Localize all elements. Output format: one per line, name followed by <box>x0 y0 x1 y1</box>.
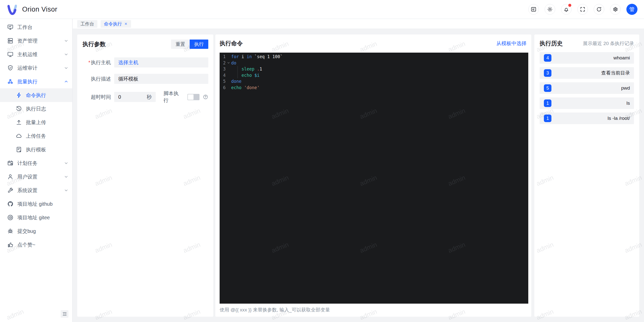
code-token <box>231 73 242 78</box>
sidebar-collapse-button[interactable] <box>61 310 68 318</box>
user-avatar[interactable]: 管 <box>626 4 637 15</box>
sidebar-item-upload-task[interactable]: 上传任务 <box>0 129 72 143</box>
sidebar-item-schedule[interactable]: 计划任务 <box>0 156 72 170</box>
chevron-down-icon <box>64 52 69 57</box>
like-icon <box>7 241 14 248</box>
wrench-icon <box>7 187 14 194</box>
settings-icon[interactable] <box>610 4 621 15</box>
exec-history-panel: 执行历史 展示最近 20 条执行记录 4whoami3查看当前目录5pwd1ls… <box>534 34 639 317</box>
line-number: 3 <box>220 66 226 72</box>
code-token: do <box>231 60 236 65</box>
script-exec-toggle[interactable] <box>187 94 199 100</box>
refresh-icon[interactable] <box>594 4 604 15</box>
code-token: done <box>231 79 242 84</box>
tab-label: 工作台 <box>80 21 94 27</box>
sidebar-item-label: 点个赞~ <box>17 241 35 248</box>
desc-input[interactable]: 循环模板 <box>114 74 208 84</box>
code-line: 1for i in `seq 1 100` <box>220 54 528 60</box>
fold-chevron-icon[interactable] <box>226 60 231 66</box>
tab-workbench[interactable]: 工作台 <box>77 20 97 28</box>
history-item[interactable]: 5pwd <box>540 82 634 94</box>
code-text: echo $i <box>231 72 528 79</box>
sidebar-item-user-settings[interactable]: 用户设置 <box>0 170 72 184</box>
tab-close-icon[interactable] <box>124 22 128 26</box>
sidebar-item-workbench[interactable]: 工作台 <box>0 20 72 34</box>
monitor-icon <box>7 24 14 30</box>
code-text: done <box>231 78 528 85</box>
sidebar-item-github[interactable]: 项目地址 github <box>0 197 72 211</box>
sidebar-item-bug[interactable]: 提交bug <box>0 224 72 238</box>
sidebar-item-label: 命令执行 <box>26 92 46 99</box>
theme-light-icon[interactable] <box>545 4 555 15</box>
reset-button[interactable]: 重置 <box>171 40 190 49</box>
calendar-icon <box>7 160 14 166</box>
help-question-icon[interactable] <box>203 94 208 100</box>
run-button[interactable]: 执行 <box>190 40 208 49</box>
history-item[interactable]: 3查看当前目录 <box>540 67 634 79</box>
sidebar-item-label: 运维审计 <box>17 65 37 71</box>
indent-guide <box>237 66 238 72</box>
sidebar-item-label: 主机运维 <box>17 51 37 58</box>
code-token: $i <box>254 73 259 78</box>
indent-guide <box>237 72 238 79</box>
code-token: . <box>257 66 259 71</box>
chevron-down-icon <box>64 38 69 43</box>
chevron-down-icon <box>64 161 69 166</box>
code-line: 4 echo $i <box>220 72 528 79</box>
history-command: ls <box>626 100 630 106</box>
history-item[interactable]: 1ls <box>540 97 634 109</box>
host-select-field[interactable]: 选择主机 <box>114 57 208 67</box>
sidebar-item-host-ops[interactable]: 主机运维 <box>0 48 72 61</box>
sidebar-item-label: 项目地址 github <box>17 201 53 207</box>
choose-from-template-link[interactable]: 从模板中选择 <box>496 40 527 47</box>
exec-params-title: 执行参数 <box>83 40 106 48</box>
fold-gutter <box>226 66 231 72</box>
fold-gutter <box>226 72 231 79</box>
timeout-value: 0 <box>118 94 121 100</box>
sidebar-item-exec-template[interactable]: 执行模板 <box>0 143 72 156</box>
top-header: Orion Visor 管 <box>0 0 644 19</box>
menu-fold-icon <box>62 311 67 316</box>
logo-icon <box>7 4 18 15</box>
history-count-badge: 1 <box>544 115 551 122</box>
sidebar-item-like[interactable]: 点个赞~ <box>0 238 72 252</box>
sidebar-item-assets[interactable]: 资产管理 <box>0 34 72 48</box>
template-icon <box>16 146 22 153</box>
code-token <box>242 85 244 90</box>
sidebar-item-exec-log[interactable]: 执行日志 <box>0 102 72 116</box>
sidebar-item-label: 执行日志 <box>26 105 46 112</box>
sidebar-item-label: 提交bug <box>17 228 36 235</box>
exec-params-form: *执行主机 选择主机 执行描述 循环模板 超时时间 0 秒 脚本执行 <box>83 57 208 104</box>
sidebar-item-label: 工作台 <box>17 24 32 31</box>
timeout-input[interactable]: 0 秒 <box>114 92 156 102</box>
exec-params-actions: 重置 执行 <box>171 40 208 49</box>
server-icon <box>7 38 14 44</box>
fold-gutter <box>226 54 231 60</box>
code-token <box>231 66 242 71</box>
fullscreen-icon[interactable] <box>577 4 588 15</box>
code-token: `seq 1 100` <box>252 54 283 59</box>
upload-icon <box>16 119 22 126</box>
sidebar-item-cmd-exec[interactable]: 命令执行 <box>0 88 72 102</box>
sidebar-item-label: 计划任务 <box>17 160 37 167</box>
code-block-icon[interactable] <box>528 4 539 15</box>
script-exec-label: 脚本执行 <box>164 90 183 104</box>
logo: Orion Visor <box>7 4 57 15</box>
sidebar-item-gitee[interactable]: 项目地址 gitee <box>0 211 72 224</box>
history-item[interactable]: 4whoami <box>540 52 634 64</box>
sidebar-item-system-settings[interactable]: 系统设置 <box>0 184 72 197</box>
command-code-editor[interactable]: 1for i in `seq 1 100`2do3 sleep .14 echo… <box>220 53 528 304</box>
history-item[interactable]: 1ls -la /root/ <box>540 113 634 124</box>
tab-cmd-exec[interactable]: 命令执行 <box>101 20 131 28</box>
code-line: 3 sleep .1 <box>220 66 528 72</box>
sidebar-item-batch-upload[interactable]: 批量上传 <box>0 116 72 129</box>
sidebar-item-batch-exec[interactable]: 批量执行 <box>0 75 72 88</box>
sidebar-item-audit[interactable]: 运维审计 <box>0 61 72 75</box>
code-token: i <box>239 54 247 59</box>
tab-label: 命令执行 <box>104 21 122 27</box>
notifications-icon[interactable] <box>561 4 572 15</box>
sidebar-item-label: 系统设置 <box>17 187 37 194</box>
app-title: Orion Visor <box>22 6 57 13</box>
line-number: 5 <box>220 78 226 85</box>
cloud-icon <box>16 133 22 139</box>
